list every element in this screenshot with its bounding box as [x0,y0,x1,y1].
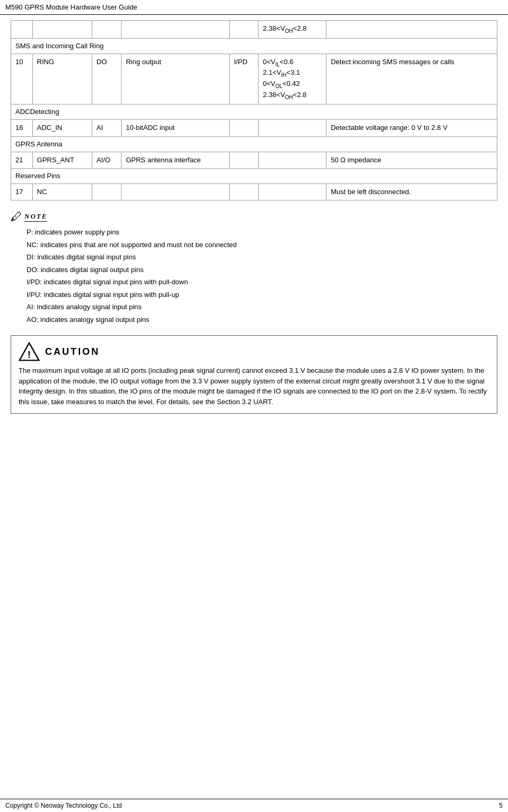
cell-empty-3 [92,21,121,39]
note-item-di: DI: indicates digital signal input pins [27,252,497,263]
note-section: 🖊 NOTE P: indicates power supply pins NC… [11,211,497,325]
cell-ring-desc: Ring output [122,54,230,104]
cell-nc-num: 17 [11,184,33,200]
caution-box: ! CAUTION The maximum input voltage at a… [11,335,497,414]
cell-voltage-prior: 2.38<VOH<2.8 [259,21,326,39]
table-row-nc: 17 NC Must be left disconnected. [11,184,497,200]
cell-empty-5 [229,21,259,39]
caution-label: CAUTION [45,346,100,357]
section-gprs-label: GPRS Antenna [11,136,497,152]
page-title: M590 GPRS Module Hardware User Guide [5,3,137,11]
note-hand-icon: 🖊 [11,211,22,223]
cell-adc-type [229,120,259,136]
cell-adc-num: 16 [11,120,33,136]
cell-adc-desc: 10-bitADC input [122,120,230,136]
table-row-gprs: 21 GPRS_ANT AI/O GPRS antenna interface … [11,152,497,168]
cell-adc-dir: AI [92,120,121,136]
cell-nc-voltage [259,184,326,200]
footer-copyright: Copyright © Neoway Technology Co., Ltd [5,802,122,809]
cell-adc-voltage [259,120,326,136]
section-adc-label: ADCDetecting [11,104,497,120]
cell-ring-note: Detect incoming SMS messages or calls [326,54,497,104]
cell-nc-desc [122,184,230,200]
table-row-adc: 16 ADC_IN AI 10-bitADC input Detectable … [11,120,497,136]
note-item-ipu: I/PU: indicates digital signal input pin… [27,290,497,300]
cell-nc-dir [92,184,121,200]
page-header: M590 GPRS Module Hardware User Guide [0,0,508,15]
cell-adc-name: ADC_IN [32,120,92,136]
cell-ring-name: RING [32,54,92,104]
cell-gprs-name: GPRS_ANT [32,152,92,168]
pin-table: 2.38<VOH<2.8 SMS and Incoming Call Ring … [11,20,497,200]
cell-gprs-num: 21 [11,152,33,168]
cell-gprs-voltage [259,152,326,168]
svg-text:!: ! [28,349,31,360]
section-sms-label: SMS and Incoming Call Ring [11,38,497,54]
note-icon-row: 🖊 NOTE [11,211,497,223]
section-sms-header: SMS and Incoming Call Ring [11,38,497,54]
table-row-ring: 10 RING DO Ring output I/PD 0<VIL<0.6 2.… [11,54,497,104]
cell-adc-note: Detectable voltage range: 0 V to 2.8 V [326,120,497,136]
cell-ring-type: I/PD [229,54,259,104]
note-item-ai: AI: indicates analogy signal input pins [27,302,497,312]
cell-nc-type [229,184,259,200]
section-reserved-label: Reserved Pins [11,168,497,184]
cell-empty-1 [11,21,33,39]
footer-page-number: 5 [499,802,503,809]
cell-empty-2 [32,21,92,39]
cell-gprs-type [229,152,259,168]
note-item-p: P: indicates power supply pins [27,227,497,238]
note-item-ipd: I/PD: indicates digital signal input pin… [27,277,497,287]
cell-empty-4 [122,21,230,39]
cell-nc-name: NC [32,184,92,200]
note-item-do: DO: indicates digital signal output pins [27,265,497,275]
note-item-nc: NC: indicates pins that are not supporte… [27,240,497,250]
section-reserved-header: Reserved Pins [11,168,497,184]
caution-triangle-icon: ! [19,342,40,361]
cell-gprs-dir: AI/O [92,152,121,168]
note-items: P: indicates power supply pins NC: indic… [11,227,497,325]
caution-body: The maximum input voltage at all IO port… [19,365,489,407]
section-gprs-header: GPRS Antenna [11,136,497,152]
table-row-prior: 2.38<VOH<2.8 [11,21,497,39]
main-content: 2.38<VOH<2.8 SMS and Incoming Call Ring … [0,15,508,456]
cell-ring-voltage: 0<VIL<0.6 2.1<VIH<3.1 0<VOL<0.42 2.38<VO… [259,54,326,104]
note-label: NOTE [24,212,47,222]
cell-gprs-note: 50 Ω impedance [326,152,497,168]
caution-header: ! CAUTION [19,342,489,361]
cell-empty-6 [326,21,497,39]
note-item-ao: AO: indicates analogy signal output pins [27,315,497,325]
cell-ring-dir: DO [92,54,121,104]
cell-gprs-desc: GPRS antenna interface [122,152,230,168]
page-footer: Copyright © Neoway Technology Co., Ltd 5 [0,799,508,812]
cell-nc-note: Must be left disconnected. [326,184,497,200]
section-adc-header: ADCDetecting [11,104,497,120]
cell-ring-num: 10 [11,54,33,104]
